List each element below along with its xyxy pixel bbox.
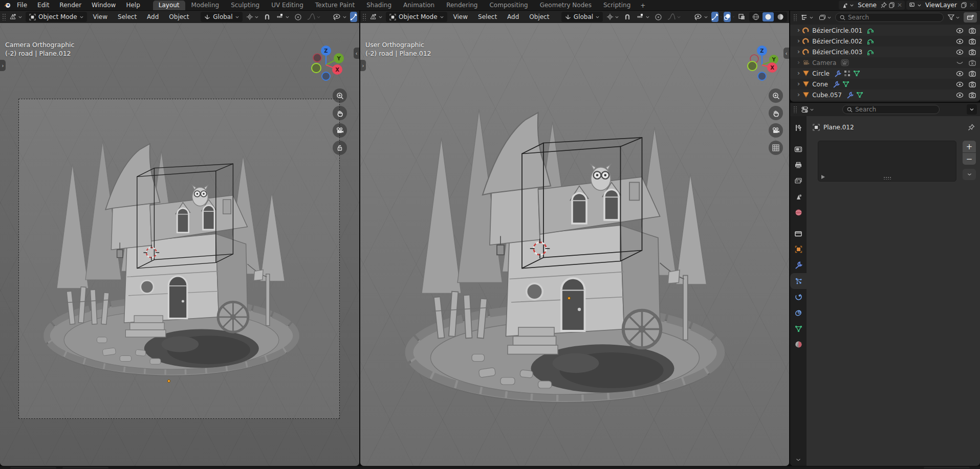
expand-chevron-icon[interactable]: › <box>797 37 800 44</box>
tab-texture-paint[interactable]: Texture Paint <box>310 1 360 10</box>
proportional-editing-toggle[interactable] <box>293 12 303 22</box>
zoom-button[interactable] <box>333 88 347 103</box>
outliner-row-beziercircle-001[interactable]: › BézierCircle.001 <box>790 25 980 36</box>
scene-3d-house[interactable] <box>28 95 315 422</box>
tab-output[interactable] <box>790 157 807 173</box>
properties-search[interactable] <box>842 105 940 114</box>
disable-render-toggle[interactable] <box>969 81 976 87</box>
zoom-button[interactable] <box>769 88 783 103</box>
properties-options-dropdown[interactable] <box>967 104 977 115</box>
tab-layout[interactable]: Layout <box>153 1 185 10</box>
axis-ball-neg-x[interactable] <box>313 54 321 62</box>
sidebar-expand-arrow[interactable]: ‹ <box>354 48 359 59</box>
menu-select[interactable]: Select <box>114 12 141 21</box>
hide-eye-toggle[interactable] <box>956 49 964 55</box>
menu-add[interactable]: Add <box>503 12 523 21</box>
transform-orientation-dropdown[interactable]: Global <box>201 12 242 22</box>
outliner-row-cone[interactable]: › Cone <box>790 79 980 90</box>
camera-lock-button[interactable] <box>333 141 347 155</box>
menu-help[interactable]: Help <box>121 1 144 9</box>
expand-chevron-icon[interactable]: › <box>797 80 800 87</box>
tab-material[interactable] <box>790 337 807 352</box>
list-add-button[interactable]: + <box>963 141 976 152</box>
drag-grip[interactable] <box>362 13 366 20</box>
tabstrip-overflow-chevron-icon[interactable] <box>796 458 801 462</box>
list-specials-dropdown[interactable] <box>963 169 976 180</box>
outliner-row-cube-057[interactable]: › Cube.057 <box>790 90 980 100</box>
outliner-row-circle[interactable]: › Circle <box>790 68 980 79</box>
list-remove-button[interactable]: − <box>963 153 976 165</box>
disable-render-toggle-off[interactable] <box>969 60 976 66</box>
tab-shading[interactable]: Shading <box>361 1 397 10</box>
properties-search-input[interactable] <box>855 106 935 113</box>
expand-chevron-icon[interactable]: › <box>797 91 800 98</box>
menu-object[interactable]: Object <box>165 12 193 21</box>
tab-uv-editing[interactable]: UV Editing <box>266 1 309 10</box>
gizmos-toggle[interactable] <box>350 12 357 22</box>
menu-window[interactable]: Window <box>87 1 120 9</box>
tab-view-layer[interactable] <box>790 173 807 189</box>
outliner-search[interactable] <box>835 13 944 22</box>
expand-chevron-icon[interactable]: › <box>797 70 800 76</box>
gizmo-dropdown-chevron-icon[interactable] <box>721 15 722 19</box>
hide-eye-toggle[interactable] <box>956 28 964 34</box>
viewlayer-selector[interactable]: ViewLayer ✕ <box>906 1 977 10</box>
hide-eye-toggle[interactable] <box>956 92 964 98</box>
outliner-row-beziercircle-002[interactable]: › BézierCircle.002 <box>790 36 980 47</box>
overlays-dropdown-chevron-icon[interactable] <box>733 15 734 19</box>
sidebar-expand-arrow[interactable]: ‹ <box>783 48 789 59</box>
scene-selector[interactable]: Scene ✕ <box>839 1 905 10</box>
tab-modeling[interactable]: Modeling <box>186 1 225 10</box>
snap-target-dropdown[interactable] <box>635 12 651 22</box>
editor-type-dropdown[interactable] <box>368 12 384 22</box>
tab-scene[interactable] <box>790 189 807 205</box>
toolbar-expand-arrow[interactable]: › <box>360 60 366 71</box>
expand-chevron-icon[interactable]: › <box>797 59 800 65</box>
hide-eye-toggle-closed[interactable] <box>956 60 964 66</box>
proportional-editing-toggle[interactable] <box>653 12 664 22</box>
axis-navigation-gizmo[interactable]: Z Y X <box>306 43 346 83</box>
properties-editor-type-dropdown[interactable] <box>799 104 815 115</box>
menu-edit[interactable]: Edit <box>33 1 54 9</box>
disable-render-toggle[interactable] <box>969 28 976 34</box>
tab-compositing[interactable]: Compositing <box>484 1 533 10</box>
viewport-camera[interactable]: Object Mode View Select Add Object Globa… <box>0 11 359 466</box>
tab-geometry-nodes[interactable]: Geometry Nodes <box>534 1 597 10</box>
shading-solid-button[interactable] <box>763 12 774 21</box>
tab-collection[interactable] <box>790 226 807 241</box>
outliner-row-camera[interactable]: › Camera <box>790 57 980 68</box>
outliner-row-beziercircle-003[interactable]: › BézierCircle.003 <box>790 47 980 57</box>
mode-dropdown[interactable]: Object Mode <box>386 12 447 22</box>
outliner-search-input[interactable] <box>848 14 939 21</box>
menu-view[interactable]: View <box>449 12 472 21</box>
menu-file[interactable]: File <box>12 1 32 9</box>
menu-object[interactable]: Object <box>525 12 553 21</box>
menu-add[interactable]: Add <box>143 12 163 21</box>
tab-physics[interactable] <box>790 289 807 305</box>
new-viewlayer-icon[interactable] <box>961 2 967 8</box>
add-workspace-button[interactable]: + <box>637 1 649 10</box>
toolbar-expand-arrow[interactable]: › <box>0 60 6 71</box>
axis-ball-neg-y[interactable] <box>748 61 757 71</box>
outliner-filter-dropdown[interactable] <box>946 12 961 23</box>
pan-button[interactable] <box>333 106 347 120</box>
expand-chevron-icon[interactable]: › <box>797 48 800 55</box>
menu-select[interactable]: Select <box>474 12 501 21</box>
axis-navigation-gizmo[interactable]: Z Y X <box>742 43 782 83</box>
pivot-point-dropdown[interactable] <box>605 12 620 22</box>
camera-view-button[interactable] <box>333 123 347 138</box>
viewport-canvas-user[interactable]: User Orthographic (-2) road | Plane.012 … <box>360 23 789 466</box>
pivot-point-dropdown[interactable] <box>245 12 260 22</box>
mode-dropdown[interactable]: Object Mode <box>26 12 87 22</box>
axis-ball-neg-y[interactable] <box>312 63 321 73</box>
outliner-editor-type-dropdown[interactable] <box>799 12 815 23</box>
disable-render-toggle[interactable] <box>969 92 976 98</box>
list-filter-expand-icon[interactable] <box>821 175 825 179</box>
menu-render[interactable]: Render <box>55 1 86 9</box>
tab-animation[interactable]: Animation <box>398 1 440 10</box>
blender-logo-icon[interactable] <box>3 1 11 9</box>
overlays-toggle[interactable] <box>724 12 731 22</box>
editor-type-dropdown[interactable] <box>8 12 24 22</box>
xray-toggle[interactable] <box>736 12 747 22</box>
scene-3d-house[interactable] <box>386 54 744 458</box>
